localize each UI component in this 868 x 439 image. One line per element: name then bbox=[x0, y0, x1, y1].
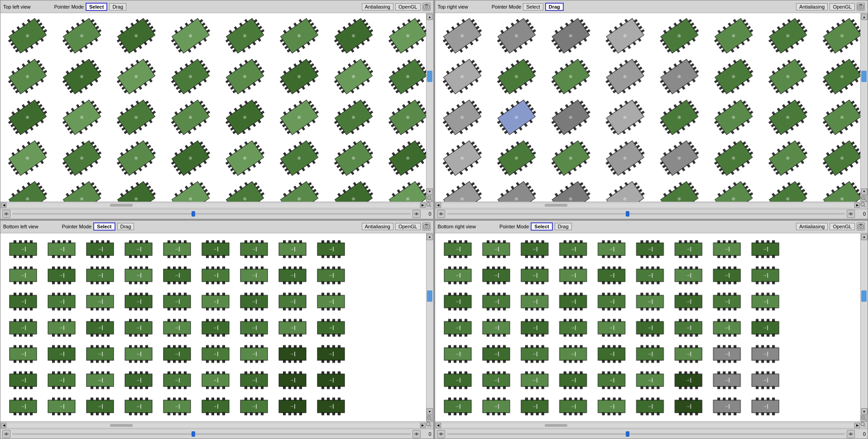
hscroll-left-tr[interactable]: ◀ bbox=[436, 203, 441, 208]
vscroll-tl[interactable]: ▲ ▼ bbox=[426, 13, 433, 202]
canvas-tr[interactable] bbox=[435, 13, 861, 202]
svg-point-27 bbox=[427, 422, 430, 426]
vscroll-down-br[interactable]: ▼ bbox=[861, 408, 868, 415]
footer-bl: 0 bbox=[0, 429, 433, 439]
vscroll-bl[interactable]: ▲ ▼ bbox=[426, 233, 433, 422]
corner-br bbox=[860, 422, 868, 429]
vscroll-up-br[interactable]: ▲ bbox=[861, 234, 868, 240]
hscroll-left-tl[interactable]: ◀ bbox=[1, 203, 6, 208]
viewport-top-right: Top right view Pointer Mode Select Drag … bbox=[435, 0, 868, 219]
footer-icon-right-tl[interactable] bbox=[412, 210, 421, 218]
vscroll-down-tr[interactable]: ▼ bbox=[861, 188, 868, 195]
zoom-thumb-bl[interactable] bbox=[192, 431, 195, 437]
vscroll-thumb-tl[interactable] bbox=[427, 71, 432, 82]
bottom-row-tl: ◀ ▶ bbox=[0, 202, 433, 209]
hscroll-thumb-br[interactable] bbox=[545, 424, 567, 427]
hscroll-track-tl[interactable] bbox=[7, 203, 419, 207]
opengl-btn-tl[interactable]: OpenGL bbox=[395, 3, 421, 10]
zoom-track-br[interactable] bbox=[447, 433, 845, 435]
hscroll-right-tr[interactable]: ▶ bbox=[854, 203, 860, 208]
zoom-thumb-tr[interactable] bbox=[626, 211, 629, 217]
footer-icon-right-bl[interactable] bbox=[412, 430, 421, 438]
hscroll-track-bl[interactable] bbox=[7, 424, 419, 427]
opengl-btn-br[interactable]: OpenGL bbox=[830, 223, 855, 230]
vscroll-up-bl[interactable]: ▲ bbox=[427, 234, 433, 240]
svg-rect-33 bbox=[859, 224, 862, 225]
vscroll-thumb-bl[interactable] bbox=[427, 290, 432, 302]
footer-icon-left-tl[interactable] bbox=[2, 210, 10, 218]
select-btn-br[interactable]: Select bbox=[531, 222, 552, 231]
vscroll-br[interactable]: ▲ ▼ bbox=[860, 233, 868, 422]
footer-icon-left-bl[interactable] bbox=[2, 430, 10, 438]
footer-icon-left-tr[interactable] bbox=[437, 210, 445, 218]
footer-icon-right-tr[interactable] bbox=[847, 210, 855, 218]
vscroll-track-br[interactable] bbox=[861, 241, 868, 408]
vscroll-up-tr[interactable]: ▲ bbox=[861, 14, 868, 20]
vscroll-down-tl[interactable]: ▼ bbox=[427, 188, 433, 195]
hscroll-tr[interactable]: ◀ ▶ bbox=[435, 202, 861, 209]
hscroll-thumb-bl[interactable] bbox=[110, 424, 133, 427]
hscroll-left-bl[interactable]: ◀ bbox=[1, 423, 6, 428]
svg-point-17 bbox=[861, 203, 864, 206]
zoom-in-icon-br[interactable] bbox=[861, 415, 867, 421]
vscroll-track-tl[interactable] bbox=[427, 20, 433, 188]
hscroll-br[interactable]: ◀ ▶ bbox=[435, 422, 861, 429]
snapshot-icon-br[interactable] bbox=[857, 222, 865, 231]
zoom-value-bl: 0 bbox=[422, 431, 432, 437]
canvas-tl[interactable]: /* chips drawn via JS below */ bbox=[0, 13, 426, 202]
vscroll-down-bl[interactable]: ▼ bbox=[427, 408, 433, 415]
hscroll-track-tr[interactable] bbox=[442, 203, 854, 207]
vscroll-track-bl[interactable] bbox=[427, 241, 433, 408]
hscroll-thumb-tr[interactable] bbox=[545, 204, 567, 207]
zoom-in-icon-tl[interactable] bbox=[427, 195, 433, 202]
zoom-track-tr[interactable] bbox=[447, 213, 845, 215]
zoom-value-tl: 0 bbox=[422, 211, 432, 217]
hscroll-tl[interactable]: ◀ ▶ bbox=[0, 202, 426, 209]
drag-btn-tl[interactable]: Drag bbox=[109, 3, 126, 10]
svg-point-20 bbox=[850, 213, 852, 215]
hscroll-right-br[interactable]: ▶ bbox=[854, 423, 860, 428]
antialiasing-btn-br[interactable]: Antialiasing bbox=[796, 223, 828, 230]
antialiasing-btn-tr[interactable]: Antialiasing bbox=[796, 3, 828, 10]
canvas-br[interactable] bbox=[435, 233, 861, 422]
zoom-thumb-tl[interactable] bbox=[192, 211, 195, 217]
footer-icon-right-br[interactable] bbox=[847, 430, 855, 438]
viewport-bottom-right: Bottom right view Pointer Mode Select Dr… bbox=[435, 220, 868, 439]
vscroll-thumb-br[interactable] bbox=[861, 290, 867, 302]
snapshot-icon-tl[interactable] bbox=[422, 3, 431, 11]
svg-line-5 bbox=[431, 199, 432, 201]
snapshot-icon-tr[interactable] bbox=[857, 3, 865, 11]
antialiasing-btn-bl[interactable]: Antialiasing bbox=[362, 223, 393, 230]
canvas-bl[interactable] bbox=[0, 233, 426, 422]
snapshot-icon-bl[interactable] bbox=[422, 222, 431, 231]
zoom-in-icon-tr[interactable] bbox=[861, 195, 867, 202]
svg-point-6 bbox=[428, 197, 430, 198]
zoom-in-icon-bl[interactable] bbox=[427, 415, 433, 421]
select-btn-tl[interactable]: Select bbox=[86, 3, 107, 11]
vscroll-up-tl[interactable]: ▲ bbox=[427, 14, 433, 20]
select-btn-bl[interactable]: Select bbox=[93, 222, 115, 231]
vscroll-tr[interactable]: ▲ ▼ bbox=[860, 13, 868, 202]
hscroll-bl[interactable]: ◀ ▶ bbox=[0, 422, 426, 429]
footer-icon-left-br[interactable] bbox=[437, 430, 445, 438]
viewport-top-left: Top left view Pointer Mode Select Drag A… bbox=[0, 0, 434, 219]
vscroll-track-tr[interactable] bbox=[861, 20, 868, 188]
svg-line-38 bbox=[864, 425, 865, 427]
vscroll-thumb-tr[interactable] bbox=[861, 71, 867, 82]
hscroll-track-br[interactable] bbox=[442, 424, 854, 427]
svg-point-30 bbox=[416, 433, 417, 435]
select-btn-tr[interactable]: Select bbox=[523, 3, 543, 10]
opengl-btn-tr[interactable]: OpenGL bbox=[830, 3, 855, 10]
drag-btn-tr[interactable]: Drag bbox=[545, 3, 564, 11]
hscroll-right-tl[interactable]: ▶ bbox=[420, 203, 426, 208]
opengl-btn-bl[interactable]: OpenGL bbox=[395, 223, 421, 230]
hscroll-left-br[interactable]: ◀ bbox=[436, 423, 441, 428]
zoom-thumb-br[interactable] bbox=[626, 431, 629, 437]
drag-btn-br[interactable]: Drag bbox=[555, 223, 572, 230]
hscroll-thumb-tl[interactable] bbox=[110, 204, 133, 207]
antialiasing-btn-tl[interactable]: Antialiasing bbox=[362, 3, 393, 10]
zoom-track-tl[interactable] bbox=[12, 213, 411, 215]
drag-btn-bl[interactable]: Drag bbox=[117, 223, 134, 230]
hscroll-right-bl[interactable]: ▶ bbox=[420, 423, 426, 428]
zoom-track-bl[interactable] bbox=[12, 433, 411, 435]
